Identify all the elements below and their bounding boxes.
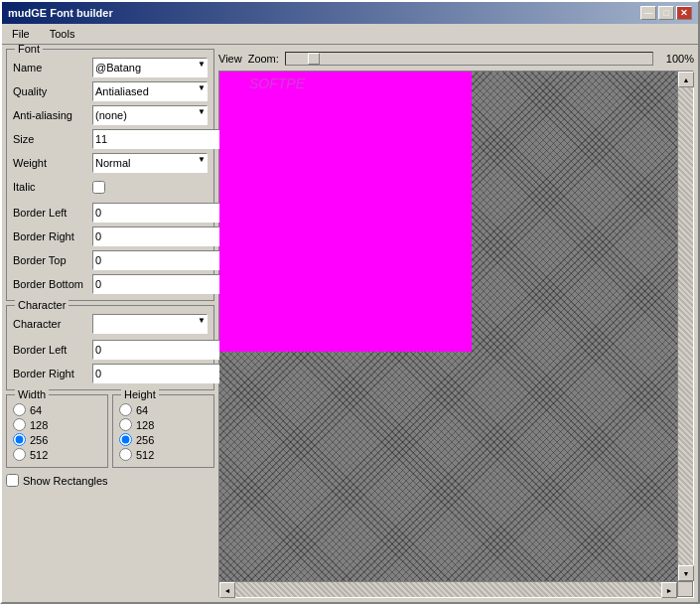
character-group-label: Character <box>15 299 69 311</box>
maximize-button[interactable]: □ <box>658 6 674 20</box>
border-top-input[interactable] <box>92 250 235 270</box>
width-64-row[interactable]: 64 <box>13 403 101 416</box>
border-bottom-row: Border Bottom ▲ ▼ <box>13 274 208 294</box>
height-256-radio[interactable] <box>119 433 132 446</box>
show-rectangles-row: Show Rectangles <box>6 474 214 487</box>
border-left-input[interactable] <box>92 203 235 223</box>
quality-select-wrapper: Antialiased Draft Proof NonAntialiased C… <box>92 81 208 101</box>
border-right-input[interactable] <box>92 226 235 246</box>
close-button[interactable]: ✕ <box>676 6 692 20</box>
weight-select[interactable]: Thin ExtraLight Light Normal Medium Semi… <box>92 153 208 173</box>
weight-select-wrapper: Thin ExtraLight Light Normal Medium Semi… <box>92 153 208 173</box>
magenta-block <box>219 72 472 352</box>
height-512-row[interactable]: 512 <box>119 448 208 461</box>
horizontal-scrollbar: ◄ ► <box>219 581 677 597</box>
width-512-radio[interactable] <box>13 448 26 461</box>
quality-select[interactable]: Antialiased Draft Proof NonAntialiased C… <box>92 81 208 101</box>
scroll-left-button[interactable]: ◄ <box>219 582 235 598</box>
height-128-label: 128 <box>136 419 154 431</box>
character-label: Character <box>13 318 92 330</box>
name-select[interactable]: @Batang <box>92 58 208 77</box>
antialiasing-row: Anti-aliasing (none) Horizontal Vertical <box>13 105 208 125</box>
antialiasing-select[interactable]: (none) Horizontal Vertical <box>92 105 208 125</box>
height-64-row[interactable]: 64 <box>119 403 208 416</box>
font-group: Font Name @Batang Quality Antialiased <box>6 49 214 301</box>
zoom-label: Zoom: <box>248 53 279 65</box>
menu-bar: File Tools <box>2 24 698 45</box>
scroll-track-vertical[interactable] <box>678 87 693 565</box>
char-border-left-label: Border Left <box>13 344 92 356</box>
width-512-row[interactable]: 512 <box>13 448 101 461</box>
italic-checkbox[interactable] <box>92 181 105 194</box>
border-left-row: Border Left ▲ ▼ <box>13 203 208 223</box>
height-64-radio[interactable] <box>119 403 132 416</box>
height-group-label: Height <box>121 388 159 400</box>
weight-row: Weight Thin ExtraLight Light Normal Medi… <box>13 153 208 173</box>
minimize-button[interactable]: — <box>640 6 656 20</box>
border-top-row: Border Top ▲ ▼ <box>13 250 208 270</box>
canvas-area[interactable]: SOFTPE <box>219 72 677 581</box>
quality-label: Quality <box>13 85 92 97</box>
show-rectangles-label: Show Rectangles <box>23 475 108 487</box>
scroll-track-horizontal[interactable] <box>235 582 661 597</box>
height-512-label: 512 <box>136 449 154 461</box>
height-group: Height 64 128 256 512 <box>112 394 214 468</box>
scroll-right-button[interactable]: ► <box>661 582 677 598</box>
antialiasing-select-wrapper: (none) Horizontal Vertical <box>92 105 208 125</box>
width-64-radio[interactable] <box>13 403 26 416</box>
view-header: View Zoom: 100% <box>218 49 694 69</box>
character-select[interactable] <box>92 314 208 334</box>
character-select-wrapper <box>92 314 208 334</box>
italic-label: Italic <box>13 181 92 193</box>
title-bar: mudGE Font builder — □ ✕ <box>2 2 698 24</box>
char-border-left-row: Border Left ▲ ▼ <box>13 340 208 360</box>
width-group: Width 64 128 256 512 <box>6 394 108 468</box>
title-bar-buttons: — □ ✕ <box>640 6 692 20</box>
character-group: Character Character Border Left <box>6 305 214 390</box>
height-512-radio[interactable] <box>119 448 132 461</box>
menu-tools[interactable]: Tools <box>44 26 81 42</box>
width-256-radio[interactable] <box>13 433 26 446</box>
height-128-row[interactable]: 128 <box>119 418 208 431</box>
width-128-row[interactable]: 128 <box>13 418 101 431</box>
height-128-radio[interactable] <box>119 418 132 431</box>
width-128-radio[interactable] <box>13 418 26 431</box>
width-128-label: 128 <box>30 419 48 431</box>
italic-checkbox-wrapper <box>92 181 105 194</box>
antialiasing-label: Anti-aliasing <box>13 109 92 121</box>
quality-row: Quality Antialiased Draft Proof NonAntia… <box>13 81 208 101</box>
main-window: mudGE Font builder — □ ✕ File Tools Font… <box>0 0 700 604</box>
width-group-label: Width <box>15 388 49 400</box>
scroll-down-button[interactable]: ▼ <box>678 565 694 581</box>
view-label: View <box>218 53 242 65</box>
zoom-thumb[interactable] <box>308 53 320 65</box>
size-label: Size <box>13 133 92 145</box>
font-group-label: Font <box>15 45 43 55</box>
scroll-up-button[interactable]: ▲ <box>678 72 694 87</box>
size-input[interactable] <box>92 129 235 149</box>
char-border-right-input[interactable] <box>92 364 235 383</box>
italic-row: Italic <box>13 177 208 197</box>
name-select-wrapper: @Batang <box>92 58 208 77</box>
character-row: Character <box>13 314 208 334</box>
border-bottom-input[interactable] <box>92 274 235 294</box>
size-row: Size ▲ ▼ <box>13 129 208 149</box>
vertical-scrollbar: ▲ ▼ <box>677 72 693 581</box>
border-right-label: Border Right <box>13 230 92 242</box>
zoom-track <box>285 52 653 66</box>
border-bottom-label: Border Bottom <box>13 278 92 290</box>
height-256-row[interactable]: 256 <box>119 433 208 446</box>
char-border-left-input[interactable] <box>92 340 235 360</box>
width-512-label: 512 <box>30 449 48 461</box>
show-rectangles-checkbox[interactable] <box>6 474 19 487</box>
scrollbar-corner <box>677 581 693 597</box>
left-panel: Font Name @Batang Quality Antialiased <box>6 49 214 598</box>
zoom-slider-area <box>285 49 653 69</box>
menu-file[interactable]: File <box>6 26 36 42</box>
border-right-row: Border Right ▲ ▼ <box>13 226 208 246</box>
view-panel: View Zoom: 100% SOFTPE <box>218 49 694 598</box>
width-256-row[interactable]: 256 <box>13 433 101 446</box>
canvas-container: SOFTPE ▲ ▼ ◄ ► <box>218 71 694 598</box>
window-title: mudGE Font builder <box>8 7 113 19</box>
width-256-label: 256 <box>30 434 48 446</box>
